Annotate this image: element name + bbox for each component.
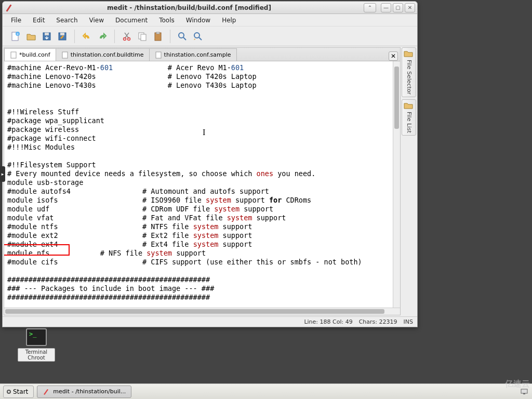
file-icon <box>155 51 162 59</box>
folder-icon <box>404 50 414 58</box>
svg-rect-4 <box>45 33 49 35</box>
terminal-icon <box>26 328 47 346</box>
file-selector-panel[interactable]: File Selector <box>402 47 416 97</box>
taskbar-item-medit[interactable]: medit - /thinstation/buil... <box>37 385 131 398</box>
cut-icon[interactable] <box>119 29 135 44</box>
panel-label: File List <box>406 112 413 133</box>
editor-window: medit - /thinstation/build/build.conf [m… <box>2 1 418 327</box>
code-editor[interactable]: #machine Acer-Revo-M1-601 # Acer Revo M1… <box>4 61 393 308</box>
tab-buildtime[interactable]: thinstation.conf.buildtime <box>56 48 150 61</box>
highlight-box <box>4 244 70 256</box>
desktop: ▸ medit - /thinstation/build/build.conf … <box>0 0 532 399</box>
toolbar-separator <box>114 30 115 43</box>
window-title: medit - /thinstation/build/build.conf [m… <box>16 4 362 11</box>
insert-mode: INS <box>404 318 413 325</box>
close-button[interactable]: ✕ <box>405 3 415 12</box>
menubar: File Edit Search View Document Tools Win… <box>3 14 417 26</box>
watermark: 亿速云 <box>505 379 530 390</box>
toolbar-separator <box>170 30 170 43</box>
menu-tools[interactable]: Tools <box>154 15 180 25</box>
svg-rect-15 <box>11 52 16 58</box>
minimize-button[interactable]: — <box>381 3 391 12</box>
menu-window[interactable]: Window <box>181 15 216 25</box>
svg-rect-10 <box>141 34 146 41</box>
tab-label: *build.conf <box>19 51 50 58</box>
app-icon <box>5 4 13 12</box>
copy-icon[interactable] <box>135 29 150 44</box>
scrollbar-thumb[interactable] <box>5 309 384 314</box>
tab-build-conf[interactable]: *build.conf <box>4 48 56 61</box>
editor-panel: *build.conf thinstation.conf.buildtime t… <box>4 47 401 315</box>
panel-reveal-handle[interactable]: ▸ <box>0 166 5 182</box>
titlebar[interactable]: medit - /thinstation/build/build.conf [m… <box>3 2 417 14</box>
tab-label: thinstation.conf.buildtime <box>71 51 144 58</box>
svg-point-8 <box>128 37 130 40</box>
undo-icon[interactable] <box>79 29 95 44</box>
cursor-position: Line: 188 Col: 49 <box>304 318 352 325</box>
save-icon[interactable] <box>39 29 55 44</box>
toolbar-separator <box>74 30 75 43</box>
find-icon[interactable] <box>175 29 190 44</box>
vertical-scrollbar[interactable] <box>393 61 400 308</box>
folder-icon <box>404 102 414 110</box>
panel-label: File Selector <box>406 60 413 95</box>
menu-document[interactable]: Document <box>110 15 153 25</box>
new-file-icon[interactable]: + <box>8 29 23 44</box>
toolbar: + <box>3 26 417 46</box>
save-as-icon[interactable] <box>55 29 70 44</box>
tab-sample[interactable]: thinstation.conf.sample <box>149 48 237 61</box>
start-label: Start <box>13 388 28 395</box>
svg-rect-6 <box>60 33 64 35</box>
file-list-panel[interactable]: File List <box>402 99 416 136</box>
char-count: Chars: 22319 <box>359 318 397 325</box>
window-menu-button[interactable]: ⌃ <box>364 3 376 12</box>
file-icon <box>61 51 69 59</box>
taskbar: Start medit - /thinstation/buil... <box>0 383 532 399</box>
start-icon <box>7 390 11 394</box>
tab-close-button[interactable]: ✕ <box>389 51 398 61</box>
file-icon <box>10 51 17 59</box>
paste-icon[interactable] <box>150 29 166 44</box>
open-file-icon[interactable] <box>23 29 39 44</box>
statusbar: Line: 188 Col: 49 Chars: 22319 INS <box>3 316 417 327</box>
menu-help[interactable]: Help <box>217 15 241 25</box>
redo-icon[interactable] <box>95 29 110 44</box>
svg-rect-12 <box>156 32 159 34</box>
svg-rect-17 <box>156 52 161 58</box>
svg-point-7 <box>124 37 126 40</box>
menu-view[interactable]: View <box>84 15 109 25</box>
menu-file[interactable]: File <box>6 15 26 25</box>
desktop-icon-label: Terminal Chroot <box>18 348 55 362</box>
svg-rect-19 <box>523 393 525 394</box>
tab-bar: *build.conf thinstation.conf.buildtime t… <box>4 48 400 61</box>
menu-search[interactable]: Search <box>51 15 83 25</box>
desktop-icon-terminal[interactable]: Terminal Chroot <box>18 328 55 362</box>
horizontal-scrollbar[interactable] <box>4 308 400 315</box>
maximize-button[interactable]: ▢ <box>393 3 403 12</box>
tab-label: thinstation.conf.sample <box>164 51 231 58</box>
svg-rect-16 <box>62 52 68 58</box>
svg-point-13 <box>179 33 184 38</box>
app-icon <box>43 388 50 395</box>
svg-text:+: + <box>16 32 19 36</box>
scrollbar-thumb[interactable] <box>394 66 399 129</box>
text-cursor-icon: I <box>203 128 205 137</box>
start-button[interactable]: Start <box>3 385 34 398</box>
taskbar-item-label: medit - /thinstation/buil... <box>53 388 126 395</box>
find-replace-icon[interactable] <box>190 29 206 44</box>
menu-edit[interactable]: Edit <box>28 15 50 25</box>
svg-point-14 <box>194 33 200 38</box>
